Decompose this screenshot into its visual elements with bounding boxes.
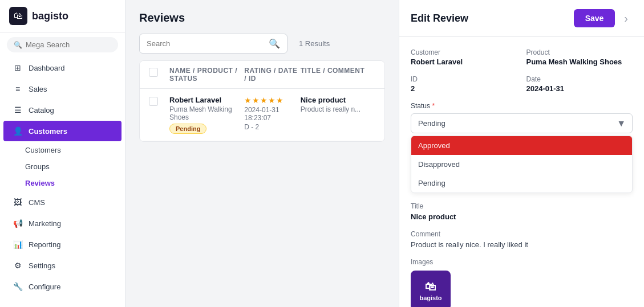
- status-dropdown-menu: Approved Disapproved Pending: [411, 136, 633, 193]
- marketing-icon: 📢: [13, 219, 23, 228]
- row-customer-cell: Robert Laravel Puma Mesh Walking Shoes P…: [169, 96, 244, 134]
- id-label: ID: [411, 75, 517, 83]
- row-rating-cell: ★★★★★ 2024-01-31 18:23:07 D - 2: [244, 96, 300, 131]
- dropdown-option-approved[interactable]: Approved: [411, 136, 632, 155]
- sidebar-sub-groups[interactable]: Groups: [0, 158, 125, 175]
- close-button[interactable]: ›: [619, 10, 633, 27]
- customer-product-info: Customer Robert Laravel Product Puma Mes…: [411, 48, 633, 66]
- edit-panel-header: Edit Review Save ›: [399, 0, 644, 37]
- header-actions: Save ›: [574, 9, 633, 27]
- status-field-label: Status *: [411, 102, 633, 110]
- customer-label: Customer: [411, 48, 517, 56]
- sidebar-item-label: Dashboard: [29, 64, 65, 72]
- global-search-bar[interactable]: 🔍: [7, 37, 118, 52]
- table-col-title: Title / Comment: [301, 67, 375, 83]
- review-comment: Product is really n...: [301, 105, 375, 113]
- sub-item-label: Customers: [25, 146, 61, 154]
- row-checkbox-cell: [149, 96, 169, 106]
- title-section-label: Title: [411, 202, 633, 210]
- settings-icon: ⚙: [13, 261, 23, 270]
- sidebar-item-label: Marketing: [29, 219, 61, 228]
- dropdown-option-pending[interactable]: Pending: [411, 174, 632, 193]
- table-header: 🔍 1 Results: [139, 34, 385, 54]
- catalog-icon: ☰: [13, 105, 23, 114]
- table-search-bar[interactable]: 🔍: [139, 34, 287, 54]
- id-value: 2: [411, 84, 517, 93]
- row-review-cell: Nice product Product is really n...: [301, 96, 375, 113]
- sidebar-item-settings[interactable]: ⚙ Settings: [3, 255, 121, 276]
- date-label: Date: [526, 75, 633, 83]
- sales-icon: ≡: [13, 84, 23, 93]
- review-title: Nice product: [301, 96, 375, 104]
- sidebar-item-customers[interactable]: 👤 Customers: [3, 121, 121, 141]
- sidebar-item-label: Sales: [29, 85, 47, 93]
- date-value: 2024-01-31: [526, 84, 633, 93]
- product-info: Product Puma Mesh Walking Shoes: [526, 48, 633, 66]
- sidebar-item-dashboard[interactable]: ⊞ Dashboard: [3, 58, 121, 78]
- sidebar-item-label: Settings: [29, 261, 55, 270]
- results-count: 1 Results: [299, 39, 330, 48]
- status-badge: Pending: [169, 124, 206, 134]
- main-content: Reviews 🔍 1 Results Name / Product / Sta…: [125, 0, 399, 307]
- logo-area: 🛍 bagisto: [0, 0, 125, 32]
- table-row[interactable]: Robert Laravel Puma Mesh Walking Shoes P…: [140, 89, 384, 141]
- image-thumbnail[interactable]: 🛍 bagisto: [411, 271, 451, 307]
- sidebar-sub-reviews[interactable]: Reviews: [0, 175, 125, 191]
- sub-item-label: Groups: [25, 162, 50, 171]
- cms-icon: 🖼: [13, 198, 23, 207]
- images-section: Images 🛍 bagisto: [411, 258, 633, 307]
- sidebar-sub-customers[interactable]: Customers: [0, 142, 125, 158]
- stars: ★★★★★: [244, 96, 300, 105]
- product-label: Product: [526, 48, 633, 56]
- title-section-value: Nice product: [411, 212, 633, 221]
- id-info: ID 2: [411, 75, 517, 93]
- comment-text: Product is really nice. I really liked i…: [411, 240, 633, 249]
- rating-date: 2024-01-31 18:23:07: [244, 106, 300, 122]
- customer-name: Robert Laravel: [169, 96, 244, 104]
- sidebar-item-label: Reporting: [29, 240, 60, 249]
- comment-section: Comment Product is really nice. I really…: [411, 230, 633, 249]
- sidebar-item-configure[interactable]: 🔧 Configure: [3, 276, 121, 297]
- customers-icon: 👤: [13, 126, 23, 136]
- select-all-checkbox[interactable]: [149, 68, 158, 77]
- sidebar-item-label: Catalog: [29, 106, 54, 114]
- content-area: Reviews 🔍 1 Results Name / Product / Sta…: [125, 0, 399, 307]
- comment-section-label: Comment: [411, 230, 633, 238]
- reporting-icon: 📊: [13, 240, 23, 249]
- sidebar-item-cms[interactable]: 🖼 CMS: [3, 192, 121, 212]
- global-search-input[interactable]: [26, 40, 111, 49]
- dashboard-icon: ⊞: [13, 63, 23, 72]
- sidebar-item-sales[interactable]: ≡ Sales: [3, 79, 121, 99]
- table-col-name: Name / Product / Status: [169, 67, 244, 83]
- reviews-table: Name / Product / Status Rating / Date / …: [139, 60, 385, 142]
- edit-panel-body: Customer Robert Laravel Product Puma Mes…: [399, 37, 644, 307]
- image-bag-icon: 🛍: [425, 280, 436, 293]
- sidebar-item-label: Configure: [29, 283, 60, 291]
- save-button[interactable]: Save: [574, 9, 615, 27]
- id-date-info: ID 2 Date 2024-01-31: [411, 75, 633, 93]
- status-select-wrapper[interactable]: Pending Approved Disapproved ▼: [411, 113, 633, 133]
- product-value: Puma Mesh Walking Shoes: [526, 58, 633, 66]
- table-search-icon: 🔍: [269, 38, 280, 49]
- status-field: Status * Pending Approved Disapproved ▼: [411, 102, 633, 133]
- sidebar-item-label: Customers: [29, 127, 67, 136]
- sidebar-item-label: CMS: [29, 198, 45, 207]
- sidebar-item-reporting[interactable]: 📊 Reporting: [3, 234, 121, 255]
- search-icon: 🔍: [14, 41, 22, 49]
- images-label: Images: [411, 258, 633, 266]
- page-title: Reviews: [139, 11, 385, 24]
- dropdown-option-disapproved[interactable]: Disapproved: [411, 155, 632, 174]
- sidebar-item-catalog[interactable]: ☰ Catalog: [3, 100, 121, 120]
- table-col-rating: Rating / Date / Id: [244, 67, 300, 83]
- configure-icon: 🔧: [13, 282, 23, 291]
- status-select[interactable]: Pending Approved Disapproved: [411, 113, 633, 133]
- product-name: Puma Mesh Walking Shoes: [169, 105, 244, 121]
- sidebar: 🛍 bagisto 🔍 ⊞ Dashboard ≡ Sales ☰ Catalo…: [0, 0, 125, 307]
- sidebar-item-marketing[interactable]: 📢 Marketing: [3, 213, 121, 234]
- rating-id: D - 2: [244, 123, 300, 131]
- table-search-input[interactable]: [147, 39, 264, 48]
- row-checkbox[interactable]: [149, 97, 158, 106]
- table-col-checkbox: [149, 67, 169, 83]
- required-marker: *: [432, 102, 435, 110]
- edit-panel: Edit Review Save › Customer Robert Larav…: [399, 0, 644, 307]
